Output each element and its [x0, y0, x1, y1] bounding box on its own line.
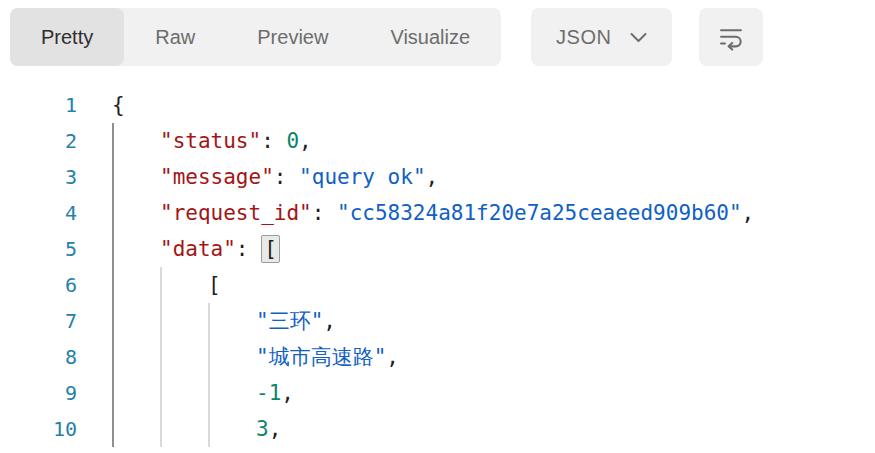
code-token-punct: :: [274, 165, 299, 189]
indent-guide: [160, 411, 208, 447]
code-line: 103,: [0, 411, 875, 447]
code-token-number: -1: [256, 381, 281, 405]
indent-guide: [112, 195, 160, 231]
indent-guide: [112, 303, 160, 339]
code-token-punct: :: [236, 237, 261, 261]
code-token-bracket-match: [: [261, 235, 280, 263]
tab-pretty[interactable]: Pretty: [10, 8, 124, 66]
line-number: 6: [0, 267, 77, 303]
response-view-tabs: PrettyRawPreviewVisualize: [10, 8, 501, 66]
line-number: 2: [0, 123, 77, 159]
indent-guide: [112, 339, 160, 375]
code-token-string: "cc58324a81f20e7a25ceaeed909b60": [337, 201, 742, 225]
wrap-text-icon: [717, 23, 745, 51]
indent-guide: [112, 123, 160, 159]
code-token-key: "message": [160, 165, 274, 189]
code-line: 3"message": "query ok",: [0, 159, 875, 195]
code-line: 2"status": 0,: [0, 123, 875, 159]
code-line: 5"data": [: [0, 231, 875, 267]
code-token-punct: [: [208, 273, 221, 297]
line-number: 10: [0, 411, 77, 447]
tab-raw[interactable]: Raw: [124, 8, 226, 66]
language-select-value: JSON: [556, 26, 611, 49]
indent-guide: [112, 375, 160, 411]
line-number: 7: [0, 303, 77, 339]
indent-guide: [208, 339, 256, 375]
code-line: 9-1,: [0, 375, 875, 411]
indent-guide: [112, 159, 160, 195]
line-number: 4: [0, 195, 77, 231]
code-token-key: "data": [160, 237, 236, 261]
code-token-punct: ,: [299, 129, 312, 153]
line-number: 8: [0, 339, 77, 375]
code-token-punct: ,: [426, 165, 439, 189]
code-token-number: 0: [286, 129, 299, 153]
line-number: 3: [0, 159, 77, 195]
line-number: 5: [0, 231, 77, 267]
line-number: 1: [0, 87, 77, 123]
code-token-punct: ,: [281, 381, 294, 405]
code-token-punct: :: [312, 201, 337, 225]
indent-guide: [208, 411, 256, 447]
language-select[interactable]: JSON: [531, 8, 672, 66]
indent-guide: [208, 375, 256, 411]
code-token-punct: ,: [386, 345, 399, 369]
indent-guide: [112, 231, 160, 267]
code-token-punct: ,: [742, 201, 755, 225]
code-token-key: "status": [160, 129, 261, 153]
code-line: 7"三环",: [0, 303, 875, 339]
code-line: 8"城市高速路",: [0, 339, 875, 375]
code-token-number: 3: [256, 417, 269, 441]
indent-guide: [160, 375, 208, 411]
json-response-body: 1{2"status": 0,3"message": "query ok",4"…: [0, 87, 875, 447]
tab-visualize[interactable]: Visualize: [359, 8, 501, 66]
code-token-punct: {: [112, 93, 125, 117]
indent-guide: [160, 303, 208, 339]
wrap-text-button[interactable]: [699, 8, 763, 66]
tab-preview[interactable]: Preview: [226, 8, 359, 66]
code-line: 1{: [0, 87, 875, 123]
chevron-down-icon: [630, 32, 647, 43]
response-toolbar: PrettyRawPreviewVisualize JSON: [10, 8, 875, 66]
indent-guide: [160, 267, 208, 303]
indent-guide: [208, 303, 256, 339]
indent-guide: [112, 411, 160, 447]
indent-guide: [160, 339, 208, 375]
code-token-string: "城市高速路": [256, 345, 386, 369]
code-token-punct: ,: [323, 309, 336, 333]
line-number: 9: [0, 375, 77, 411]
code-token-punct: ,: [269, 417, 282, 441]
code-token-punct: :: [261, 129, 286, 153]
indent-guide: [112, 267, 160, 303]
code-token-string: "query ok": [299, 165, 425, 189]
code-line: 4"request_id": "cc58324a81f20e7a25ceaeed…: [0, 195, 875, 231]
code-line: 6[: [0, 267, 875, 303]
code-token-string: "三环": [256, 309, 323, 333]
code-token-key: "request_id": [160, 201, 312, 225]
